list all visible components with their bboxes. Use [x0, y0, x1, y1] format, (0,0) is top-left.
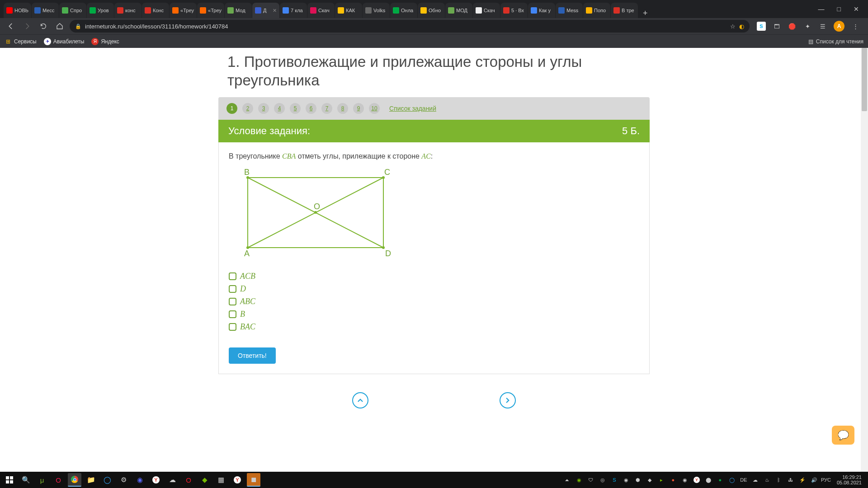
browser-tab[interactable]: «Трeу — [197, 3, 224, 18]
tray-app8[interactable]: ☁ — [751, 475, 760, 484]
tray-app5[interactable]: ⬤ — [704, 475, 713, 484]
browser-tab[interactable]: МОД — [445, 3, 472, 18]
taskbar-yandex-disk[interactable]: ☁ — [165, 473, 179, 487]
reload-button[interactable] — [37, 20, 50, 33]
checkbox[interactable] — [229, 323, 236, 331]
task-number-4[interactable]: 4 — [274, 103, 285, 114]
minimize-button[interactable]: — — [818, 5, 825, 13]
browser-tab[interactable]: Уров — [87, 3, 114, 18]
taskbar-utorrent[interactable]: μ — [35, 473, 49, 487]
browser-tab[interactable]: 7 кла — [280, 3, 307, 18]
tray-app4[interactable]: ◉ — [680, 475, 689, 484]
start-button[interactable] — [3, 473, 16, 487]
tray-nvidia2[interactable]: ▸ — [657, 475, 666, 484]
browser-tab[interactable]: 5 · Вх — [500, 3, 528, 18]
browser-tab[interactable]: Мод — [225, 3, 252, 18]
tray-app7[interactable]: ◯ — [727, 475, 736, 484]
close-tab-icon[interactable]: ✕ — [273, 8, 277, 14]
home-button[interactable] — [53, 20, 66, 33]
tray-skype[interactable]: S — [610, 475, 619, 484]
scrollbar-thumb[interactable] — [862, 48, 867, 111]
taskbar-window[interactable]: ▦ — [214, 473, 228, 487]
checkbox[interactable] — [229, 272, 236, 280]
next-task-button[interactable] — [500, 392, 516, 408]
taskbar-yandex[interactable]: Y — [149, 473, 163, 487]
extension-cookie-icon[interactable]: ◐ — [739, 23, 744, 30]
task-number-7[interactable]: 7 — [321, 103, 332, 114]
tray-steam[interactable]: ◉ — [622, 475, 631, 484]
reading-list[interactable]: ▤ Список для чтения — [808, 38, 863, 45]
task-number-6[interactable]: 6 — [306, 103, 316, 114]
browser-tab[interactable]: НОВЬ — [4, 3, 31, 18]
task-number-5[interactable]: 5 — [290, 103, 301, 114]
browser-tab[interactable]: КАК — [335, 3, 362, 18]
url-field[interactable]: 🔒 interneturok.ru/school/lesson/31116/ho… — [70, 20, 750, 33]
ext-skype-icon[interactable]: S — [757, 22, 766, 31]
checkbox[interactable] — [229, 285, 236, 293]
scrollbar[interactable] — [861, 48, 868, 472]
browser-tab[interactable]: Обно — [418, 3, 445, 18]
task-number-10[interactable]: 10 — [369, 103, 380, 114]
search-button[interactable]: 🔍 — [19, 473, 33, 487]
task-number-9[interactable]: 9 — [353, 103, 364, 114]
ext-menu-icon[interactable]: ☰ — [818, 22, 827, 31]
taskbar-opera[interactable]: O — [182, 473, 195, 487]
star-icon[interactable]: ☆ — [730, 23, 736, 30]
taskbar-steam[interactable]: ⚙ — [117, 473, 130, 487]
answer-option[interactable]: D — [229, 284, 639, 294]
browser-tab[interactable]: Попо — [583, 3, 610, 18]
tray-msi[interactable]: 🛡 — [586, 475, 595, 484]
browser-tab[interactable]: Скач — [307, 3, 335, 18]
maximize-button[interactable]: □ — [837, 5, 841, 13]
browser-tab[interactable]: Д✕ — [252, 3, 279, 18]
close-window-button[interactable]: ✕ — [854, 5, 859, 13]
task-list-link[interactable]: Список заданий — [389, 105, 436, 112]
ext-translate-icon[interactable]: 🗔 — [772, 22, 781, 31]
tray-app3[interactable]: ● — [669, 475, 678, 484]
browser-tab[interactable]: «Трeу — [170, 3, 197, 18]
task-number-8[interactable]: 8 — [337, 103, 348, 114]
submit-button[interactable]: Ответить! — [229, 347, 276, 364]
tray-bluetooth[interactable]: ᛒ — [774, 475, 783, 484]
apps-bookmark[interactable]: ⊞ Сервисы — [5, 38, 37, 45]
task-number-3[interactable]: 3 — [258, 103, 269, 114]
taskbar-explorer[interactable]: 📁 — [84, 473, 98, 487]
back-button[interactable] — [5, 20, 17, 33]
taskbar-cortana[interactable]: ◯ — [100, 473, 114, 487]
answer-option[interactable]: B — [229, 310, 639, 319]
tray-lang-switch[interactable]: DE — [739, 475, 748, 484]
browser-tab[interactable]: Онла — [390, 3, 417, 18]
tray-yandex[interactable]: Y — [692, 475, 701, 484]
prev-task-button[interactable] — [352, 392, 368, 408]
browser-tab[interactable]: Mess — [556, 3, 583, 18]
checkbox[interactable] — [229, 310, 236, 318]
bookmark-aviatickets[interactable]: ✈ Авиабилеты — [44, 38, 85, 45]
answer-option[interactable]: ACB — [229, 272, 639, 281]
tray-app1[interactable]: ⬢ — [633, 475, 642, 484]
tray-app6[interactable]: ● — [716, 475, 725, 484]
browser-tab[interactable]: конс — [114, 3, 142, 18]
ext-adblock-icon[interactable]: 🛑 — [788, 22, 797, 31]
bookmark-yandex[interactable]: Я Яндекс — [91, 38, 119, 45]
forward-button[interactable] — [21, 20, 33, 33]
checkbox[interactable] — [229, 298, 236, 305]
taskbar-app[interactable]: ◼ — [247, 473, 260, 487]
browser-tab[interactable]: Конс — [142, 3, 169, 18]
chat-widget[interactable] — [832, 426, 854, 445]
extensions-icon[interactable]: ✦ — [803, 22, 812, 31]
tray-overflow[interactable]: ⏶ — [563, 475, 572, 484]
answer-option[interactable]: ABC — [229, 297, 639, 306]
tray-network[interactable]: 🖧 — [786, 475, 795, 484]
tray-discord[interactable]: ◎ — [598, 475, 607, 484]
browser-tab[interactable]: Спро — [59, 3, 86, 18]
tray-app9[interactable]: ♨ — [763, 475, 772, 484]
browser-tab[interactable]: Месс — [32, 3, 59, 18]
tray-lang[interactable]: РУС — [821, 475, 830, 484]
taskbar-chrome[interactable] — [68, 473, 81, 487]
tray-app2[interactable]: ◆ — [645, 475, 654, 484]
taskbar-nvidia[interactable]: ◆ — [198, 473, 212, 487]
tray-volume[interactable]: 🔊 — [810, 475, 819, 484]
browser-tab[interactable]: Volks — [363, 3, 390, 18]
taskbar-yandex2[interactable]: Y — [231, 473, 244, 487]
taskbar-discord[interactable]: ◉ — [133, 473, 146, 487]
